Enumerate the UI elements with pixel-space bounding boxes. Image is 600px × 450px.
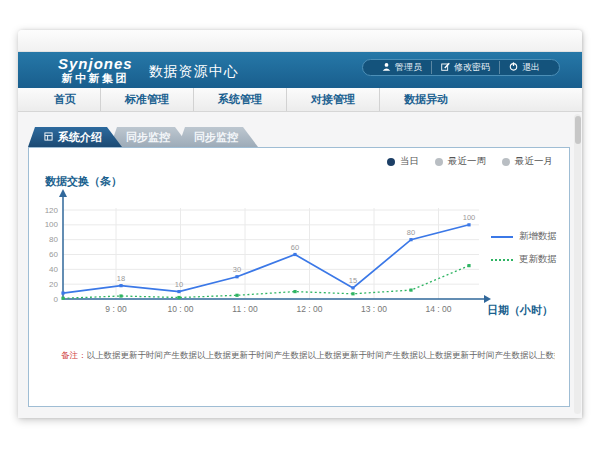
svg-text:18: 18 <box>117 274 125 283</box>
svg-text:100: 100 <box>45 220 59 229</box>
content-area: 系统介绍同步监控同步监控 当日最近一周最近一月 数据交换（条） 18103060… <box>18 112 582 418</box>
tab[interactable]: 系统介绍 <box>28 127 122 147</box>
filter-radio[interactable]: 当日 <box>387 155 419 168</box>
user-menu-logout[interactable]: 退出 <box>499 61 549 74</box>
legend-item[interactable]: 新增数据 <box>491 230 569 243</box>
document-icon <box>44 127 53 147</box>
svg-text:80: 80 <box>49 235 58 244</box>
svg-text:40: 40 <box>49 265 58 274</box>
scrollbar-track[interactable] <box>574 114 581 414</box>
logo: Synjones 新中新集团 <box>58 56 133 84</box>
footnote-prefix: 备注： <box>61 350 87 360</box>
svg-text:120: 120 <box>45 206 59 215</box>
y-axis-title: 数据交换（条） <box>45 174 122 189</box>
nav-item[interactable]: 标准管理 <box>100 88 193 111</box>
x-axis-title: 日期（小时） <box>487 303 553 318</box>
legend-swatch <box>491 236 513 238</box>
svg-text:12 : 00: 12 : 00 <box>297 304 323 314</box>
nav-item[interactable]: 对接管理 <box>286 88 379 111</box>
app-window: Synjones 新中新集团 数据资源中心 管理员修改密码退出 首页标准管理系统… <box>18 30 582 418</box>
nav-item[interactable]: 系统管理 <box>193 88 286 111</box>
nav-item[interactable]: 数据异动 <box>379 88 472 111</box>
radio-dot <box>502 158 510 166</box>
svg-text:0: 0 <box>54 295 59 304</box>
logout-icon <box>509 62 518 73</box>
scrollbar-thumb[interactable] <box>575 116 581 144</box>
window-top-strip <box>18 30 582 52</box>
nav-item[interactable]: 首页 <box>30 88 100 111</box>
filter-radio[interactable]: 最近一月 <box>502 155 553 168</box>
svg-text:60: 60 <box>49 250 58 259</box>
user-icon <box>382 62 391 73</box>
chart-panel: 当日最近一周最近一月 数据交换（条） 181030601580100020406… <box>28 147 570 407</box>
page-title: 数据资源中心 <box>149 59 239 81</box>
line-chart: 1810306015801000204060801001209 : 0010 :… <box>41 188 511 336</box>
svg-text:11 : 00: 11 : 00 <box>232 304 258 314</box>
user-menu-user[interactable]: 管理员 <box>373 61 431 74</box>
user-menu: 管理员修改密码退出 <box>362 59 560 76</box>
svg-text:15: 15 <box>349 276 357 285</box>
legend-item[interactable]: 更新数据 <box>491 253 569 266</box>
radio-dot <box>387 158 395 166</box>
svg-text:10 : 00: 10 : 00 <box>168 304 194 314</box>
legend-swatch <box>491 259 513 261</box>
svg-text:10: 10 <box>175 280 183 289</box>
footnote-text: 以上数据更新于时间产生数据以上数据更新于时间产生数据以上数据更新于时间产生数据以… <box>87 350 556 360</box>
svg-text:14 : 00: 14 : 00 <box>426 304 452 314</box>
user-menu-edit[interactable]: 修改密码 <box>431 61 499 74</box>
main-nav: 首页标准管理系统管理对接管理数据异动 <box>18 88 582 112</box>
svg-text:60: 60 <box>291 243 299 252</box>
logo-text-cn: 新中新集团 <box>58 73 133 84</box>
footnote: 备注：以上数据更新于时间产生数据以上数据更新于时间产生数据以上数据更新于时间产生… <box>61 350 555 362</box>
tab[interactable]: 同步监控 <box>110 127 190 147</box>
tab[interactable]: 同步监控 <box>178 127 258 147</box>
svg-text:13 : 00: 13 : 00 <box>361 304 387 314</box>
svg-text:20: 20 <box>49 280 58 289</box>
edit-icon <box>441 62 450 73</box>
page: Synjones 新中新集团 数据资源中心 管理员修改密码退出 首页标准管理系统… <box>0 0 600 450</box>
time-range-filters: 当日最近一周最近一月 <box>387 155 553 168</box>
chart-legend: 新增数据更新数据 <box>491 230 569 276</box>
logo-text-en: Synjones <box>58 56 133 71</box>
tab-bar: 系统介绍同步监控同步监控 <box>28 127 258 147</box>
svg-text:80: 80 <box>407 228 415 237</box>
app-header: Synjones 新中新集团 数据资源中心 管理员修改密码退出 <box>18 52 582 88</box>
radio-dot <box>435 158 443 166</box>
svg-text:30: 30 <box>233 265 241 274</box>
svg-text:9 : 00: 9 : 00 <box>105 304 127 314</box>
filter-radio[interactable]: 最近一周 <box>435 155 486 168</box>
svg-text:100: 100 <box>463 213 476 222</box>
